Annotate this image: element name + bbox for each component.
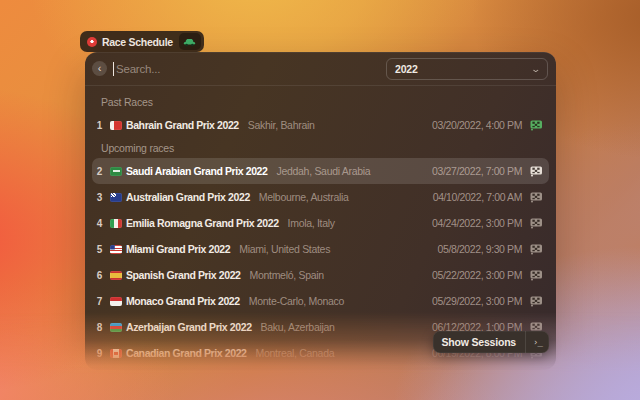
race-number: 6 [95,270,104,281]
race-location: Sakhir, Bahrain [248,119,315,131]
text-caret [113,62,114,76]
country-flag-icon [110,193,122,202]
race-list: Past Races1Bahrain Grand Prix 2022Sakhir… [85,86,556,366]
race-number: 2 [95,166,104,177]
extension-icon [87,37,97,47]
checkered-flag-icon [530,192,543,203]
race-title: Saudi Arabian Grand Prix 2022 [126,165,268,177]
race-number: 8 [95,322,104,333]
section-header: Upcoming races [92,138,549,158]
enter-key-icon: ›_ [525,331,549,353]
desktop-background: Race Schedule ‹ Search... 2022 ⌄ [0,0,640,400]
country-flag-icon [110,245,122,254]
race-location: Miami, United States [239,243,330,255]
race-title: Monaco Grand Prix 2022 [126,295,240,307]
race-location: Montmeló, Spain [250,269,324,281]
race-location: Melbourne, Australia [259,191,349,203]
search-input[interactable]: Search... [113,62,386,76]
race-location: Monte-Carlo, Monaco [249,295,344,307]
race-row[interactable]: 5Miami Grand Prix 2022Miami, United Stat… [92,236,549,262]
race-datetime: 05/8/2022, 9:30 PM [438,243,522,255]
race-schedule-window: ‹ Search... 2022 ⌄ Past Races1Bahrain Gr… [85,52,556,370]
race-row[interactable]: 3Australian Grand Prix 2022Melbourne, Au… [92,184,549,210]
race-row[interactable]: 7Monaco Grand Prix 2022Monte-Carlo, Mona… [92,288,549,314]
tooltip-label: Show Sessions [433,336,525,348]
car-icon [183,37,196,47]
race-number: 7 [95,296,104,307]
checkered-flag-icon [530,296,543,307]
country-flag-icon [110,121,122,130]
year-dropdown[interactable]: 2022 ⌄ [386,58,548,80]
race-row[interactable]: 4Emilia Romagna Grand Prix 2022Imola, It… [92,210,549,236]
race-number: 1 [95,120,104,131]
country-flag-icon [110,323,122,332]
race-location: Baku, Azerbaijan [261,321,335,333]
race-title: Australian Grand Prix 2022 [126,191,250,203]
chevron-down-icon: ⌄ [530,64,540,74]
race-row[interactable]: 2Saudi Arabian Grand Prix 2022Jeddah, Sa… [92,158,549,184]
race-datetime: 05/29/2022, 3:00 PM [432,295,522,307]
race-number: 3 [95,192,104,203]
country-flag-icon [110,349,122,358]
race-location: Montreal, Canada [256,347,335,359]
checkered-flag-icon [530,120,543,131]
race-title: Bahrain Grand Prix 2022 [126,119,239,131]
race-row[interactable]: 6Spanish Grand Prix 2022Montmeló, Spain0… [92,262,549,288]
checkered-flag-icon [530,166,543,177]
race-number: 4 [95,218,104,229]
command-tag-label: Race Schedule [102,36,173,48]
checkered-flag-icon [530,244,543,255]
car-chip [179,33,201,50]
command-tag[interactable]: Race Schedule [80,31,204,52]
country-flag-icon [110,271,122,280]
country-flag-icon [110,297,122,306]
show-sessions-tooltip[interactable]: Show Sessions ›_ [433,331,549,353]
year-dropdown-value: 2022 [395,63,418,75]
race-datetime: 03/27/2022, 7:00 PM [432,165,522,177]
race-number: 5 [95,244,104,255]
race-title: Miami Grand Prix 2022 [126,243,230,255]
race-datetime: 03/20/2022, 4:00 PM [432,119,522,131]
race-title: Emilia Romagna Grand Prix 2022 [126,217,279,229]
country-flag-icon [110,219,122,228]
race-title: Spanish Grand Prix 2022 [126,269,241,281]
race-title: Canadian Grand Prix 2022 [126,347,247,359]
back-button[interactable]: ‹ [92,61,107,76]
search-placeholder: Search... [116,63,160,75]
country-flag-icon [110,167,122,176]
checkered-flag-icon [530,218,543,229]
race-datetime: 04/10/2022, 7:00 AM [433,191,522,203]
race-title: Azerbaijan Grand Prix 2022 [126,321,252,333]
race-number: 9 [95,348,104,359]
race-location: Jeddah, Saudi Arabia [277,165,371,177]
race-datetime: 05/22/2022, 3:00 PM [432,269,522,281]
race-row[interactable]: 1Bahrain Grand Prix 2022Sakhir, Bahrain0… [92,112,549,138]
race-location: Imola, Italy [288,217,335,229]
chevron-left-icon: ‹ [98,63,101,74]
search-bar: ‹ Search... 2022 ⌄ [85,52,556,85]
race-datetime: 04/24/2022, 3:00 PM [432,217,522,229]
section-header: Past Races [92,92,549,112]
checkered-flag-icon [530,270,543,281]
